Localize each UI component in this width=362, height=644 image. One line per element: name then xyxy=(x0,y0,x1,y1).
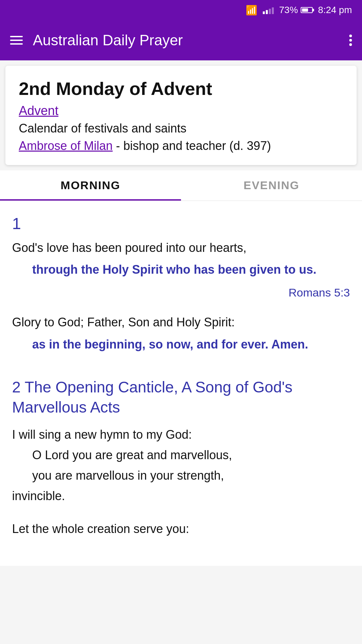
section-1-reference: Romans 5:3 xyxy=(12,286,350,299)
saint-info: Ambrose of Milan - bishop and teacher (d… xyxy=(19,139,343,153)
canticle-text: I will sing a new hymn to my God: O Lord… xyxy=(12,424,350,539)
time-display: 8:24 pm xyxy=(318,5,352,15)
canticle-line-3: you are marvellous in your strength, xyxy=(12,465,350,486)
glory-text-purple: as in the beginning, so now, and for eve… xyxy=(12,335,350,354)
section-1-text-purple: through the Holy Spirit who has been giv… xyxy=(12,260,350,279)
menu-button[interactable] xyxy=(10,36,23,45)
canticle-line-4: invincible. xyxy=(12,486,350,506)
battery-icon xyxy=(301,7,313,13)
tab-morning[interactable]: MORNING xyxy=(0,170,181,201)
canticle-title: 2 The Opening Canticle, A Song of God's … xyxy=(12,377,350,418)
battery-percent: 73% xyxy=(279,5,298,15)
canticle-line-2: O Lord you are great and marvellous, xyxy=(12,445,350,465)
season-link[interactable]: Advent xyxy=(19,104,343,118)
day-card: 2nd Monday of Advent Advent Calendar of … xyxy=(5,66,357,165)
battery-indicator: 73% xyxy=(279,5,313,15)
saint-link[interactable]: Ambrose of Milan xyxy=(19,139,113,153)
glory-text-black: Glory to God; Father, Son and Holy Spiri… xyxy=(12,313,350,332)
wifi-icon: 📶 xyxy=(246,5,257,16)
status-bar: 📶 73% 8:24 pm xyxy=(0,0,362,20)
tab-morning-label: MORNING xyxy=(61,179,120,192)
section-1-number: 1 xyxy=(12,214,350,233)
section-2: 2 The Opening Canticle, A Song of God's … xyxy=(12,377,350,539)
section-1: 1 God's love has been poured into our he… xyxy=(12,214,350,299)
app-bar: Australian Daily Prayer xyxy=(0,20,362,60)
app-title: Australian Daily Prayer xyxy=(33,32,339,49)
main-content: 1 God's love has been poured into our he… xyxy=(0,201,362,566)
tabs: MORNING EVENING xyxy=(0,170,362,201)
status-icons: 📶 73% 8:24 pm xyxy=(246,5,352,16)
signal-icon xyxy=(263,6,274,14)
tab-evening-label: EVENING xyxy=(243,179,299,192)
day-title: 2nd Monday of Advent xyxy=(19,78,343,100)
canticle-line-5: Let the whole creation serve you: xyxy=(12,519,350,539)
card-subtitle: Calendar of festivals and saints xyxy=(19,121,343,136)
more-options-button[interactable] xyxy=(349,35,352,46)
section-1-text-black: God's love has been poured into our hear… xyxy=(12,238,350,258)
saint-suffix: - bishop and teacher (d. 397) xyxy=(113,139,271,153)
canticle-line-1: I will sing a new hymn to my God: xyxy=(12,424,350,445)
tab-evening[interactable]: EVENING xyxy=(181,170,362,201)
glory-block: Glory to God; Father, Son and Holy Spiri… xyxy=(12,313,350,354)
